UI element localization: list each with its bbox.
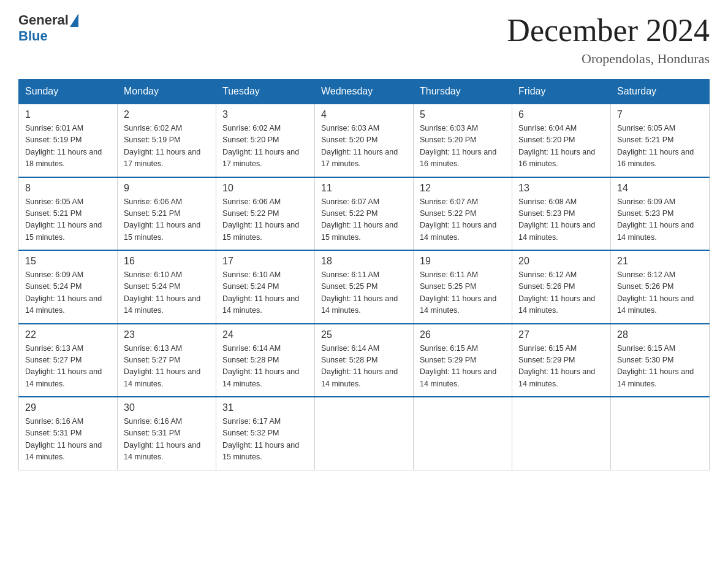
header-friday: Friday: [512, 80, 611, 104]
table-row: 18 Sunrise: 6:11 AMSunset: 5:25 PMDaylig…: [315, 250, 414, 324]
day-info: Sunrise: 6:15 AMSunset: 5:29 PMDaylight:…: [420, 344, 496, 388]
table-row: 28 Sunrise: 6:15 AMSunset: 5:30 PMDaylig…: [611, 324, 710, 397]
table-row: 7 Sunrise: 6:05 AMSunset: 5:21 PMDayligh…: [611, 104, 710, 177]
calendar-table: Sunday Monday Tuesday Wednesday Thursday…: [18, 79, 710, 470]
location-subtitle: Oropendolas, Honduras: [507, 51, 710, 67]
table-row: 22 Sunrise: 6:13 AMSunset: 5:27 PMDaylig…: [19, 324, 118, 397]
day-info: Sunrise: 6:13 AMSunset: 5:27 PMDaylight:…: [25, 344, 102, 388]
table-row: 31 Sunrise: 6:17 AMSunset: 5:32 PMDaylig…: [216, 397, 315, 470]
table-row: 3 Sunrise: 6:02 AMSunset: 5:20 PMDayligh…: [216, 104, 315, 177]
day-number: 23: [124, 329, 210, 340]
calendar-week-row: 29 Sunrise: 6:16 AMSunset: 5:31 PMDaylig…: [19, 397, 710, 470]
day-info: Sunrise: 6:11 AMSunset: 5:25 PMDaylight:…: [321, 270, 398, 315]
logo-general: General: [18, 12, 69, 28]
day-number: 7: [617, 109, 703, 120]
day-info: Sunrise: 6:17 AMSunset: 5:32 PMDaylight:…: [222, 417, 299, 461]
table-row: 6 Sunrise: 6:04 AMSunset: 5:20 PMDayligh…: [512, 104, 611, 177]
table-row: 27 Sunrise: 6:15 AMSunset: 5:29 PMDaylig…: [512, 324, 611, 397]
day-info: Sunrise: 6:12 AMSunset: 5:26 PMDaylight:…: [518, 270, 595, 315]
table-row: 25 Sunrise: 6:14 AMSunset: 5:28 PMDaylig…: [315, 324, 414, 397]
day-info: Sunrise: 6:04 AMSunset: 5:20 PMDaylight:…: [518, 124, 595, 168]
day-number: 30: [124, 402, 210, 413]
day-info: Sunrise: 6:06 AMSunset: 5:21 PMDaylight:…: [124, 197, 200, 242]
day-info: Sunrise: 6:06 AMSunset: 5:22 PMDaylight:…: [222, 197, 299, 242]
day-info: Sunrise: 6:10 AMSunset: 5:24 PMDaylight:…: [222, 270, 299, 315]
day-number: 31: [222, 402, 308, 413]
logo-blue-text: Blue: [18, 28, 48, 44]
day-info: Sunrise: 6:16 AMSunset: 5:31 PMDaylight:…: [124, 417, 200, 461]
day-info: Sunrise: 6:03 AMSunset: 5:20 PMDaylight:…: [420, 124, 496, 168]
day-info: Sunrise: 6:11 AMSunset: 5:25 PMDaylight:…: [420, 270, 496, 315]
header-saturday: Saturday: [611, 80, 710, 104]
table-row: 24 Sunrise: 6:14 AMSunset: 5:28 PMDaylig…: [216, 324, 315, 397]
day-info: Sunrise: 6:16 AMSunset: 5:31 PMDaylight:…: [25, 417, 102, 461]
table-row: 16 Sunrise: 6:10 AMSunset: 5:24 PMDaylig…: [118, 250, 216, 324]
table-row: 15 Sunrise: 6:09 AMSunset: 5:24 PMDaylig…: [19, 250, 118, 324]
day-number: 22: [25, 329, 111, 340]
header-wednesday: Wednesday: [315, 80, 414, 104]
day-info: Sunrise: 6:08 AMSunset: 5:23 PMDaylight:…: [518, 197, 595, 242]
day-info: Sunrise: 6:02 AMSunset: 5:20 PMDaylight:…: [222, 124, 299, 168]
logo-blue-label: Blue: [18, 28, 48, 44]
table-row: [414, 397, 512, 470]
table-row: 14 Sunrise: 6:09 AMSunset: 5:23 PMDaylig…: [611, 177, 710, 251]
table-row: 10 Sunrise: 6:06 AMSunset: 5:22 PMDaylig…: [216, 177, 315, 251]
day-info: Sunrise: 6:14 AMSunset: 5:28 PMDaylight:…: [222, 344, 299, 388]
day-number: 10: [222, 183, 308, 194]
day-number: 5: [420, 109, 506, 120]
table-row: 5 Sunrise: 6:03 AMSunset: 5:20 PMDayligh…: [414, 104, 512, 177]
day-info: Sunrise: 6:12 AMSunset: 5:26 PMDaylight:…: [617, 270, 694, 315]
day-number: 29: [25, 402, 111, 413]
table-row: 9 Sunrise: 6:06 AMSunset: 5:21 PMDayligh…: [118, 177, 216, 251]
logo: General Blue: [18, 12, 80, 44]
day-info: Sunrise: 6:15 AMSunset: 5:29 PMDaylight:…: [518, 344, 595, 388]
table-row: 1 Sunrise: 6:01 AMSunset: 5:19 PMDayligh…: [19, 104, 118, 177]
day-number: 2: [124, 109, 210, 120]
logo-triangle-icon: [70, 13, 78, 27]
table-row: 30 Sunrise: 6:16 AMSunset: 5:31 PMDaylig…: [118, 397, 216, 470]
day-info: Sunrise: 6:13 AMSunset: 5:27 PMDaylight:…: [124, 344, 200, 388]
table-row: 21 Sunrise: 6:12 AMSunset: 5:26 PMDaylig…: [611, 250, 710, 324]
day-number: 17: [222, 256, 308, 267]
calendar-week-row: 1 Sunrise: 6:01 AMSunset: 5:19 PMDayligh…: [19, 104, 710, 177]
day-info: Sunrise: 6:15 AMSunset: 5:30 PMDaylight:…: [617, 344, 694, 388]
day-number: 20: [518, 256, 604, 267]
table-row: 8 Sunrise: 6:05 AMSunset: 5:21 PMDayligh…: [19, 177, 118, 251]
day-number: 1: [25, 109, 111, 120]
calendar-header-row: Sunday Monday Tuesday Wednesday Thursday…: [19, 80, 710, 104]
day-number: 4: [321, 109, 407, 120]
day-info: Sunrise: 6:05 AMSunset: 5:21 PMDaylight:…: [617, 124, 694, 168]
day-number: 24: [222, 329, 308, 340]
day-number: 28: [617, 329, 703, 340]
day-number: 25: [321, 329, 407, 340]
title-block: December 2024 Oropendolas, Honduras: [507, 12, 710, 67]
table-row: 23 Sunrise: 6:13 AMSunset: 5:27 PMDaylig…: [118, 324, 216, 397]
day-info: Sunrise: 6:03 AMSunset: 5:20 PMDaylight:…: [321, 124, 398, 168]
day-number: 14: [617, 183, 703, 194]
day-info: Sunrise: 6:05 AMSunset: 5:21 PMDaylight:…: [25, 197, 102, 242]
day-info: Sunrise: 6:09 AMSunset: 5:23 PMDaylight:…: [617, 197, 694, 242]
day-number: 27: [518, 329, 604, 340]
table-row: 13 Sunrise: 6:08 AMSunset: 5:23 PMDaylig…: [512, 177, 611, 251]
day-number: 21: [617, 256, 703, 267]
day-info: Sunrise: 6:02 AMSunset: 5:19 PMDaylight:…: [124, 124, 200, 168]
table-row: 20 Sunrise: 6:12 AMSunset: 5:26 PMDaylig…: [512, 250, 611, 324]
header-monday: Monday: [118, 80, 216, 104]
day-number: 3: [222, 109, 308, 120]
calendar-week-row: 15 Sunrise: 6:09 AMSunset: 5:24 PMDaylig…: [19, 250, 710, 324]
calendar-week-row: 8 Sunrise: 6:05 AMSunset: 5:21 PMDayligh…: [19, 177, 710, 251]
table-row: 4 Sunrise: 6:03 AMSunset: 5:20 PMDayligh…: [315, 104, 414, 177]
table-row: [611, 397, 710, 470]
day-number: 13: [518, 183, 604, 194]
table-row: [512, 397, 611, 470]
day-number: 8: [25, 183, 111, 194]
page-header: General Blue December 2024 Oropendolas, …: [18, 12, 710, 67]
day-number: 6: [518, 109, 604, 120]
logo-text: General: [18, 12, 80, 28]
day-number: 11: [321, 183, 407, 194]
day-number: 18: [321, 256, 407, 267]
day-number: 15: [25, 256, 111, 267]
table-row: 26 Sunrise: 6:15 AMSunset: 5:29 PMDaylig…: [414, 324, 512, 397]
calendar-week-row: 22 Sunrise: 6:13 AMSunset: 5:27 PMDaylig…: [19, 324, 710, 397]
day-info: Sunrise: 6:01 AMSunset: 5:19 PMDaylight:…: [25, 124, 102, 168]
